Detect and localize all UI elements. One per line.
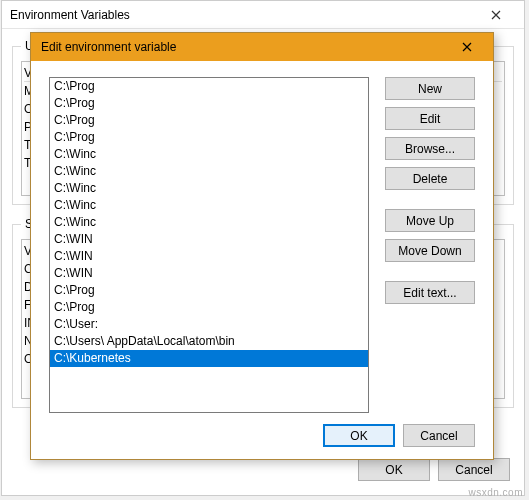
move-down-button[interactable]: Move Down — [385, 239, 475, 262]
close-icon[interactable] — [447, 35, 487, 59]
env-vars-title: Environment Variables — [10, 8, 130, 22]
list-item[interactable]: C:\Users\ AppData\Local\atom\bin — [50, 333, 368, 350]
side-button-panel: New Edit Browse... Delete Move Up Move D… — [385, 77, 475, 413]
list-item[interactable]: C:\Winc — [50, 214, 368, 231]
edit-env-var-body: C:\ProgC:\ProgC:\ProgC:\ProgC:\WincC:\Wi… — [49, 77, 475, 413]
path-list[interactable]: C:\ProgC:\ProgC:\ProgC:\ProgC:\WincC:\Wi… — [49, 77, 369, 413]
new-button[interactable]: New — [385, 77, 475, 100]
edit-env-var-title: Edit environment variable — [41, 40, 176, 54]
list-item[interactable]: C:\Prog — [50, 129, 368, 146]
cancel-button[interactable]: Cancel — [438, 458, 510, 481]
watermark: wsxdn.com — [468, 487, 523, 498]
list-item[interactable]: C:\Prog — [50, 78, 368, 95]
list-item[interactable]: C:\WIN — [50, 265, 368, 282]
list-item[interactable]: C:\Prog — [50, 112, 368, 129]
list-item[interactable]: C:\Winc — [50, 163, 368, 180]
delete-button[interactable]: Delete — [385, 167, 475, 190]
ok-button[interactable]: OK — [358, 458, 430, 481]
ok-button[interactable]: OK — [323, 424, 395, 447]
env-vars-titlebar: Environment Variables — [2, 1, 524, 29]
list-item[interactable]: C:\Kubernetes — [50, 350, 368, 367]
list-item[interactable]: C:\Prog — [50, 95, 368, 112]
list-item[interactable]: C:\Winc — [50, 146, 368, 163]
list-item[interactable]: C:\WIN — [50, 248, 368, 265]
env-vars-footer: OK Cancel — [358, 458, 510, 481]
edit-text-button[interactable]: Edit text... — [385, 281, 475, 304]
list-item[interactable]: C:\Prog — [50, 282, 368, 299]
cancel-button[interactable]: Cancel — [403, 424, 475, 447]
list-item[interactable]: C:\WIN — [50, 231, 368, 248]
browse-button[interactable]: Browse... — [385, 137, 475, 160]
edit-env-var-dialog: Edit environment variable C:\ProgC:\Prog… — [30, 32, 494, 460]
list-item[interactable]: C:\Prog — [50, 299, 368, 316]
list-item[interactable]: C:\Winc — [50, 180, 368, 197]
edit-button[interactable]: Edit — [385, 107, 475, 130]
edit-env-var-footer: OK Cancel — [323, 424, 475, 447]
list-item[interactable]: C:\User: — [50, 316, 368, 333]
list-item[interactable]: C:\Winc — [50, 197, 368, 214]
close-icon[interactable] — [476, 5, 516, 25]
edit-env-var-titlebar: Edit environment variable — [31, 33, 493, 61]
move-up-button[interactable]: Move Up — [385, 209, 475, 232]
